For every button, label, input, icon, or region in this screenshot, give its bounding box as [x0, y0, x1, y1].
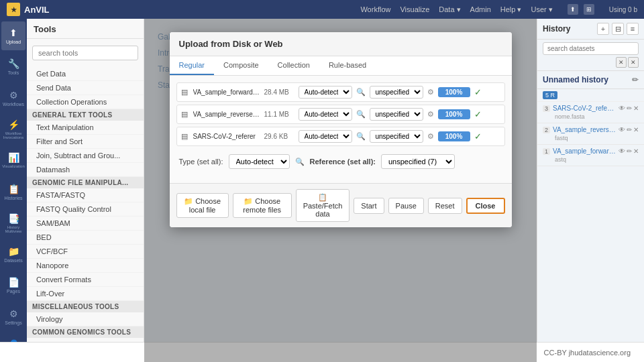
rail-invocations[interactable]: ⚡ Workflow Invocations — [1, 115, 25, 144]
item-name-1[interactable]: VA_sample_forward_reads.f — [553, 147, 616, 155]
item-1-x[interactable]: ✕ — [633, 147, 639, 155]
history-stats: 5 R — [537, 89, 644, 102]
start-button[interactable]: Start — [354, 198, 384, 214]
item-3-edit[interactable]: ✏ — [627, 105, 632, 112]
nav-visualize[interactable]: Visualize — [400, 5, 429, 13]
pause-button[interactable]: Pause — [388, 198, 424, 214]
file-type-select-3[interactable]: Auto-detect — [299, 130, 352, 143]
history-multiview-icon: 📑 — [8, 213, 19, 224]
tools-collection-ops[interactable]: Collection Operations — [27, 95, 144, 109]
brand: ★ AnVIL — [7, 3, 50, 16]
item-name-2[interactable]: VA_sample_reverse_reads. — [553, 126, 616, 133]
item-name-3[interactable]: SARS-CoV-2_reference_ge — [553, 105, 616, 112]
nav-workflow[interactable]: Workflow — [360, 5, 390, 13]
tools-vcf-bcf[interactable]: VCF/BCF — [27, 245, 144, 259]
tools-fastq-qc[interactable]: FASTQ Quality Control — [27, 202, 144, 217]
history-add-icon[interactable]: + — [597, 23, 609, 35]
item-num-2: 2 — [543, 127, 550, 133]
rail-upload[interactable]: ⬆ Upload — [1, 21, 25, 50]
file-progress-3: 100% — [438, 131, 470, 141]
file-gear-3[interactable]: ⚙ — [427, 132, 434, 141]
history-columns-icon[interactable]: ⊟ — [612, 23, 624, 35]
tools-bed[interactable]: BED — [27, 231, 144, 245]
tab-composite[interactable]: Composite — [214, 56, 268, 75]
rail-workflows[interactable]: ⚙ Workflows — [1, 84, 25, 113]
tools-lift-over[interactable]: Lift-Over — [27, 287, 144, 301]
history-menu-icon[interactable]: ≡ — [627, 23, 639, 35]
grid-icon[interactable]: ⊞ — [584, 4, 594, 15]
file-gear-2[interactable]: ⚙ — [427, 110, 434, 119]
tab-rule-based[interactable]: Rule-based — [319, 56, 376, 75]
choose-remote-files-button[interactable]: 📁 Choose remote files — [233, 193, 292, 218]
tools-datamash[interactable]: Datamash — [27, 163, 144, 177]
type-select[interactable]: Auto-detect — [229, 154, 290, 169]
item-3-eye[interactable]: 👁 — [619, 105, 625, 112]
item-2-eye[interactable]: 👁 — [619, 126, 625, 133]
item-2-x[interactable]: ✕ — [633, 126, 639, 133]
history-header: History + ⊟ ≡ — [537, 19, 644, 40]
rail-tools[interactable]: 🔧 Tools — [1, 53, 25, 82]
reference-label: Reference (set all): — [310, 158, 376, 166]
rail-visualization[interactable]: 📊 Visualization — [1, 146, 25, 175]
tools-fasta-fastq[interactable]: FASTA/FASTQ — [27, 188, 144, 202]
file-icon-1: ▤ — [180, 88, 189, 97]
tab-regular[interactable]: Regular — [170, 56, 215, 75]
reset-button[interactable]: Reset — [428, 198, 462, 214]
section-general-text: GENERAL TEXT TOOLS — [27, 109, 144, 121]
file-ref-select-1[interactable]: unspecified (7) — [370, 86, 423, 99]
tools-join-subtract[interactable]: Join, Subtract and Grou... — [27, 149, 144, 163]
item-1-eye[interactable]: 👁 — [619, 147, 625, 155]
nav-help[interactable]: Help ▾ — [500, 5, 522, 14]
file-icon-2: ▤ — [180, 110, 189, 119]
history-search-x2[interactable]: ✕ — [628, 57, 639, 68]
usage-info: Using 0 b — [609, 6, 637, 13]
tools-nanopore[interactable]: Nanopore — [27, 259, 144, 273]
modal-overlay: Upload from Disk or Web Regular Composit… — [144, 19, 537, 362]
rail-history-multiview[interactable]: 📑 History Multiview — [1, 208, 25, 237]
file-gear-1[interactable]: ⚙ — [427, 88, 434, 97]
tools-convert-formats[interactable]: Convert Formats — [27, 273, 144, 287]
history-item-3: 3 SARS-CoV-2_reference_ge 👁 ✏ ✕ nome.fas… — [537, 102, 644, 123]
search-tools-input[interactable] — [32, 46, 138, 60]
tools-panel: Tools Get Data Send Data Collection Oper… — [27, 19, 144, 362]
upload-nav-icon[interactable]: ⬆ — [568, 4, 578, 15]
item-1-edit[interactable]: ✏ — [627, 147, 632, 155]
item-num-3: 3 — [543, 105, 550, 112]
search-wrap — [27, 39, 144, 67]
rail-pages[interactable]: 📄 Pages — [1, 271, 25, 300]
rail-settings[interactable]: ⚙ Settings — [1, 302, 25, 331]
file-type-select-2[interactable]: Auto-detect — [299, 108, 352, 121]
nav-admin[interactable]: Admin — [470, 5, 491, 13]
history-search-input[interactable] — [543, 42, 639, 55]
tab-collection[interactable]: Collection — [268, 56, 319, 75]
tools-virology[interactable]: Virology — [27, 312, 144, 326]
nav-data[interactable]: Data ▾ — [439, 5, 460, 14]
history-search-x1[interactable]: ✕ — [616, 57, 627, 68]
history-edit-icon[interactable]: ✏ — [632, 75, 639, 84]
file-check-1: ✓ — [474, 87, 482, 97]
nav-user[interactable]: User ▾ — [531, 5, 552, 14]
file-row-2: ▤ VA_sample_reverse_... 11.1 MB Auto-det… — [176, 105, 505, 124]
tools-text-manipulation[interactable]: Text Manipulation — [27, 121, 144, 135]
file-ref-select-3[interactable]: unspecified (7) — [370, 130, 423, 143]
file-check-2: ✓ — [474, 109, 482, 119]
file-ref-select-2[interactable]: unspecified (7) — [370, 108, 423, 121]
file-check-3: ✓ — [474, 131, 482, 141]
close-button[interactable]: Close — [466, 198, 505, 214]
reference-select[interactable]: unspecified (7) — [381, 154, 455, 169]
choose-local-file-button[interactable]: 📁 Choose local file — [176, 193, 229, 218]
tools-filter-sort[interactable]: Filter and Sort — [27, 135, 144, 149]
file-search-icon-3: 🔍 — [356, 132, 366, 141]
rail-histories[interactable]: 📋 Histories — [1, 178, 25, 206]
item-2-edit[interactable]: ✏ — [627, 126, 632, 133]
pages-icon: 📄 — [8, 277, 19, 288]
tools-get-data[interactable]: Get Data — [27, 67, 144, 81]
item-3-x[interactable]: ✕ — [633, 105, 639, 112]
rail-datasets[interactable]: 📁 Datasets — [1, 240, 25, 269]
nav-links: Workflow Visualize Data ▾ Admin Help ▾ U… — [360, 4, 637, 15]
file-icon-3: ▤ — [180, 132, 189, 141]
paste-fetch-button[interactable]: 📋 Paste/Fetch data — [296, 189, 350, 222]
file-type-select-1[interactable]: Auto-detect — [299, 86, 352, 99]
tools-send-data[interactable]: Send Data — [27, 81, 144, 95]
tools-sam-bam[interactable]: SAM/BAM — [27, 217, 144, 231]
